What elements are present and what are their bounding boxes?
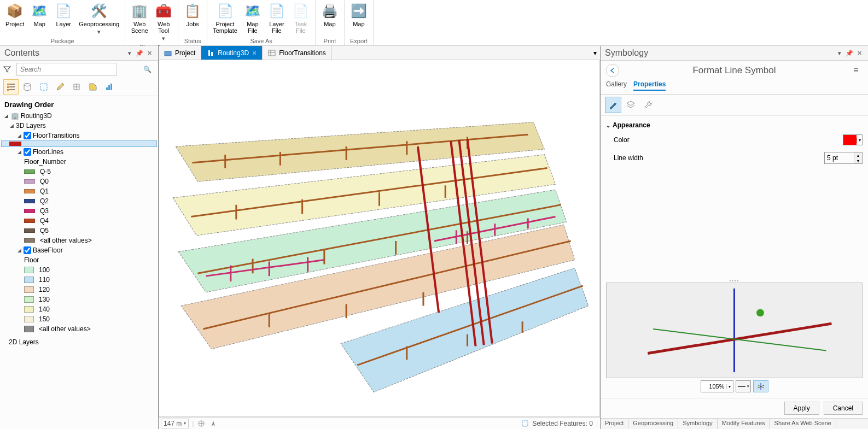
legend-item[interactable]: <all other values> [1,324,157,334]
layer-visibility-checkbox[interactable] [24,148,31,156]
ribbon-web-tool-button[interactable]: 🧰WebTool▾ [152,1,176,43]
ribbon-project-button[interactable]: 📦Project [2,1,27,28]
color-picker[interactable]: ▾ [843,134,863,145]
ribbon-map-button[interactable]: ➡️Map [347,1,371,28]
zoom-input[interactable]: ▾ [701,380,733,392]
zoom-value[interactable] [701,383,726,390]
scene-view[interactable] [159,60,600,417]
gallery-tab[interactable]: Gallery [606,80,627,91]
tree-3d-layers[interactable]: ◢ 3D Layers [1,121,157,131]
bottom-tab-geoprocessing[interactable]: Geoprocessing [628,419,678,429]
linewidth-input[interactable]: ▲ ▼ [824,152,863,164]
editing-tab[interactable] [53,79,68,95]
collapse-icon[interactable]: ◢ [9,123,14,128]
legend-item[interactable]: Q3 [1,206,157,216]
bottom-tab-share-as-web-scene[interactable]: Share As Web Scene [770,419,836,429]
legend-item[interactable]: Q-5 [1,167,157,177]
legend-item[interactable]: 150 [1,314,157,324]
back-button[interactable] [606,64,619,77]
symbology-title: Symbology [605,48,648,58]
ribbon-task-file-button[interactable]: 📄TaskFile [289,1,313,35]
appearance-section[interactable]: ⌄ Appearance [606,119,863,131]
brush-icon [608,99,619,110]
rotate-button[interactable] [197,419,206,428]
legend-item[interactable]: 130 [1,295,157,304]
pin-button[interactable]: 📌 [135,49,144,57]
constraint-button[interactable] [209,419,218,428]
ribbon-layer-button[interactable]: 📄Layer [51,1,75,28]
spin-up-button[interactable]: ▲ [854,152,862,158]
legend-swatch [24,277,34,283]
autohide-button[interactable]: ▾ [125,49,134,57]
spin-down-button[interactable]: ▼ [854,158,862,163]
drawing-order-tab[interactable] [3,79,19,95]
ribbon-web-scene-button[interactable]: 🏢WebScene [127,1,152,35]
layer-visibility-checkbox[interactable] [24,132,31,139]
legend-item[interactable]: <all other values> [1,236,157,245]
ribbon-map-button[interactable]: 🖨️Map [318,1,342,28]
resize-grip[interactable]: •••• [606,278,863,283]
scale-selector[interactable]: 147 m ▾ [161,419,189,428]
legend-item[interactable]: 120 [1,285,157,295]
search-input[interactable] [16,63,116,76]
labeling-tab[interactable] [85,79,101,95]
collapse-icon[interactable]: ◢ [16,248,22,253]
layer-visibility-checkbox[interactable] [24,246,31,254]
legend-swatch [24,209,35,213]
bottom-tab-modify-features[interactable]: Modify Features [718,419,770,429]
snapping-tab[interactable] [69,79,84,95]
tree-symbol-selected[interactable] [1,140,157,147]
3d-view-button[interactable] [753,380,768,392]
ribbon-icon: 📦 [6,2,24,20]
line-view-button[interactable]: ▾ [736,380,751,392]
ribbon-layer-file-button[interactable]: 📄LayerFile [265,1,289,35]
close-icon[interactable]: × [252,49,257,57]
properties-tab[interactable]: Properties [633,80,666,91]
cancel-button[interactable]: Cancel [824,402,863,415]
ribbon-jobs-button[interactable]: 📋Jobs [180,1,205,28]
svg-rect-27 [522,421,528,426]
map-tab-project[interactable]: Project [159,46,201,60]
legend-item[interactable]: Q5 [1,226,157,236]
structure-tab[interactable] [640,97,656,113]
collapse-icon[interactable]: ◢ [16,149,22,155]
chart-tab[interactable] [102,79,117,95]
legend-item[interactable]: Q4 [1,216,157,226]
legend-item[interactable]: Q2 [1,196,157,206]
ribbon-map-file-button[interactable]: 🗺️MapFile [241,1,265,35]
collapse-icon[interactable]: ◢ [3,113,9,119]
bottom-tab-symbology[interactable]: Symbology [678,419,717,429]
legend-item[interactable]: 100 [1,265,157,275]
selection-tab[interactable] [36,79,51,95]
symbol-tab[interactable] [605,97,621,113]
menu-button[interactable]: ≡ [849,64,863,77]
tree-base-floor[interactable]: ◢ BaseFloor [1,245,157,255]
collapse-icon[interactable]: ◢ [16,133,22,138]
ribbon-map-button[interactable]: 🗺️Map [27,1,51,28]
legend-item[interactable]: 140 [1,304,157,314]
tree-scene-root[interactable]: ◢ 🏢 Routing3D [1,111,157,121]
tree-floor-transitions[interactable]: ◢ FloorTransitions [1,131,157,140]
ribbon-project-template-button[interactable]: 📄ProjectTemplate [209,1,241,35]
legend-item[interactable]: Q1 [1,186,157,196]
tree-floor-lines[interactable]: ◢ FloorLines [1,147,157,157]
legend-item[interactable]: 110 [1,275,157,285]
autohide-button[interactable]: ▾ [835,49,844,57]
selection-icon [521,420,529,427]
source-tab[interactable] [20,79,35,95]
layers-tab[interactable] [622,97,639,113]
ribbon-geoprocessing-button[interactable]: 🛠️Geoprocessing▾ [75,1,123,36]
legend-item[interactable]: Q0 [1,177,157,186]
tree-2d-layers[interactable]: 2D Layers [1,337,157,347]
map-tab-routing3d[interactable]: Routing3D× [201,46,263,60]
linewidth-value[interactable] [825,154,854,162]
close-button[interactable]: ✕ [145,49,154,57]
apply-button[interactable]: Apply [784,402,819,415]
filter-button[interactable] [3,63,14,75]
close-button[interactable]: ✕ [855,49,864,57]
bottom-tab-project[interactable]: Project [601,419,628,429]
symbol-preview[interactable] [606,283,863,378]
pin-button[interactable]: 📌 [845,49,854,57]
map-tab-floortransitions[interactable]: FloorTransitions [263,46,332,60]
tab-overflow-button[interactable]: ▾ [590,46,600,60]
